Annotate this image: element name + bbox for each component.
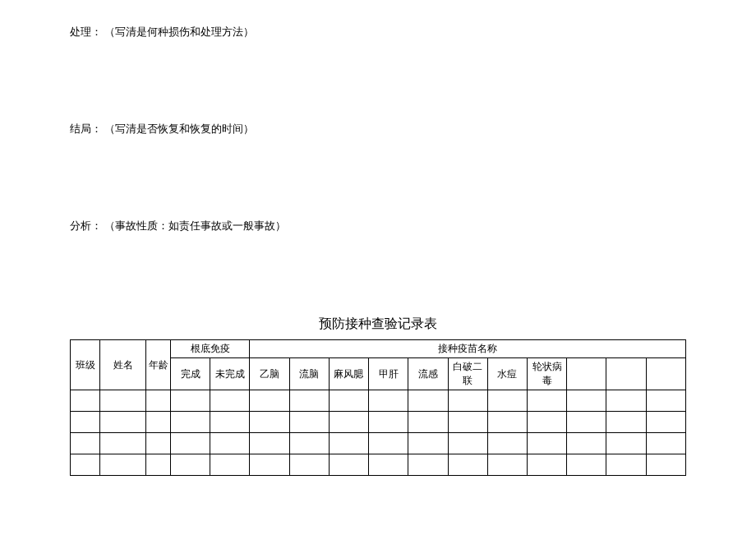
table-row: [71, 390, 686, 412]
header-vaccine-1: 流脑: [289, 358, 329, 390]
header-vaccine-blank-2: [606, 358, 646, 390]
header-vaccine-4: 流感: [408, 358, 448, 390]
header-undone: 未完成: [210, 358, 250, 390]
header-vaccine-blank-1: [567, 358, 606, 390]
header-name: 姓名: [100, 340, 146, 390]
table-title: 预防接种查验记录表: [70, 316, 686, 333]
treatment-hint: （写清是何种损伤和处理方法）: [104, 25, 254, 38]
outcome-label: 结局：: [70, 122, 102, 135]
header-base-immune: 根底免疫: [171, 340, 250, 358]
header-vaccine-name: 接种疫苗名称: [250, 340, 686, 358]
header-vaccine-2: 麻风腮: [329, 358, 368, 390]
header-done: 完成: [171, 358, 210, 390]
treatment-label: 处理：: [70, 25, 102, 38]
table-header-row-1: 班级 姓名 年龄 根底免疫 接种疫苗名称: [71, 340, 686, 358]
header-vaccine-0: 乙脑: [250, 358, 289, 390]
header-class: 班级: [71, 340, 100, 390]
analysis-hint: （事故性质：如责任事故或一般事故）: [104, 219, 286, 232]
table-row: [71, 412, 686, 433]
header-age: 年龄: [146, 340, 171, 390]
table-row: [71, 454, 686, 476]
outcome-section: 结局： （写清是否恢复和恢复的时间）: [70, 122, 686, 136]
outcome-hint: （写清是否恢复和恢复的时间）: [104, 122, 254, 135]
treatment-section: 处理： （写清是何种损伤和处理方法）: [70, 25, 686, 39]
vaccination-record-table: 班级 姓名 年龄 根底免疫 接种疫苗名称 完成 未完成 乙脑 流脑 麻风腮 甲肝…: [70, 339, 686, 476]
header-vaccine-7: 轮状病毒: [527, 358, 566, 390]
table-row: [71, 433, 686, 454]
header-vaccine-blank-3: [646, 358, 685, 390]
header-vaccine-5: 白破二联: [448, 358, 487, 390]
analysis-label: 分析：: [70, 219, 102, 232]
analysis-section: 分析： （事故性质：如责任事故或一般事故）: [70, 219, 686, 233]
header-vaccine-3: 甲肝: [369, 358, 408, 390]
header-vaccine-6: 水痘: [487, 358, 527, 390]
